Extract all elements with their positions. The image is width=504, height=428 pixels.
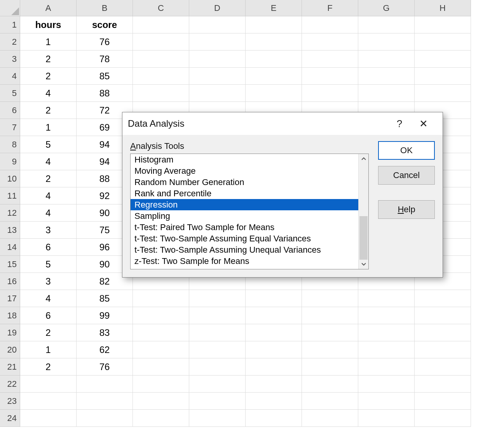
cell-A2[interactable]: 1 (20, 33, 77, 51)
cell-G22[interactable] (358, 376, 415, 393)
cell-G17[interactable] (358, 290, 415, 307)
cell-B1[interactable]: score (77, 16, 133, 33)
row-header-20[interactable]: 20 (0, 341, 20, 358)
column-header-F[interactable]: F (302, 0, 358, 16)
cell-E18[interactable] (246, 307, 302, 324)
cell-A14[interactable]: 6 (20, 239, 77, 256)
cell-G24[interactable] (358, 410, 415, 427)
cell-E3[interactable] (246, 51, 302, 68)
cell-A15[interactable]: 5 (20, 256, 77, 273)
cell-C19[interactable] (133, 324, 189, 341)
cell-F5[interactable] (302, 85, 358, 102)
cell-H23[interactable] (415, 393, 471, 410)
row-header-4[interactable]: 4 (0, 68, 20, 85)
cell-A8[interactable]: 5 (20, 136, 77, 153)
row-header-23[interactable]: 23 (0, 393, 20, 410)
cell-E21[interactable] (246, 358, 302, 376)
cell-H1[interactable] (415, 16, 471, 33)
help-icon[interactable]: ? (387, 112, 412, 135)
cell-A17[interactable]: 4 (20, 290, 77, 307)
row-header-12[interactable]: 12 (0, 204, 20, 222)
cell-C18[interactable] (133, 307, 189, 324)
cell-A4[interactable]: 2 (20, 68, 77, 85)
cell-D18[interactable] (189, 307, 246, 324)
cell-G2[interactable] (358, 33, 415, 51)
cell-A1[interactable]: hours (20, 16, 77, 33)
cell-B19[interactable]: 83 (77, 324, 133, 341)
row-header-7[interactable]: 7 (0, 119, 20, 136)
cell-A13[interactable]: 3 (20, 222, 77, 239)
cell-D5[interactable] (189, 85, 246, 102)
list-item[interactable]: z-Test: Two Sample for Means (131, 255, 358, 267)
cell-D1[interactable] (189, 16, 246, 33)
select-all-corner[interactable] (0, 0, 20, 16)
cell-G20[interactable] (358, 341, 415, 358)
scroll-thumb[interactable] (359, 216, 368, 260)
cell-B21[interactable]: 76 (77, 358, 133, 376)
cell-B18[interactable]: 99 (77, 307, 133, 324)
row-header-9[interactable]: 9 (0, 153, 20, 170)
cell-D4[interactable] (189, 68, 246, 85)
row-header-11[interactable]: 11 (0, 187, 20, 204)
row-header-15[interactable]: 15 (0, 256, 20, 273)
list-item[interactable]: t-Test: Two-Sample Assuming Unequal Vari… (131, 244, 358, 255)
cell-H22[interactable] (415, 376, 471, 393)
row-header-21[interactable]: 21 (0, 358, 20, 376)
cell-D22[interactable] (189, 376, 246, 393)
cell-F18[interactable] (302, 307, 358, 324)
column-header-A[interactable]: A (20, 0, 77, 16)
cell-H5[interactable] (415, 85, 471, 102)
cell-B17[interactable]: 85 (77, 290, 133, 307)
cell-A23[interactable] (20, 393, 77, 410)
row-header-22[interactable]: 22 (0, 376, 20, 393)
cell-B3[interactable]: 78 (77, 51, 133, 68)
cell-C1[interactable] (133, 16, 189, 33)
cell-G18[interactable] (358, 307, 415, 324)
cell-G4[interactable] (358, 68, 415, 85)
list-item[interactable]: Histogram (131, 154, 358, 165)
list-item[interactable]: t-Test: Paired Two Sample for Means (131, 222, 358, 233)
cell-C5[interactable] (133, 85, 189, 102)
cell-F23[interactable] (302, 393, 358, 410)
row-header-1[interactable]: 1 (0, 16, 20, 33)
cell-C22[interactable] (133, 376, 189, 393)
cell-F3[interactable] (302, 51, 358, 68)
cell-D19[interactable] (189, 324, 246, 341)
cell-C23[interactable] (133, 393, 189, 410)
list-item[interactable]: Moving Average (131, 165, 358, 176)
cell-F19[interactable] (302, 324, 358, 341)
cell-A11[interactable]: 4 (20, 187, 77, 204)
cell-H2[interactable] (415, 33, 471, 51)
cell-H3[interactable] (415, 51, 471, 68)
cancel-button[interactable]: Cancel (378, 166, 435, 185)
cell-A24[interactable] (20, 410, 77, 427)
listbox-scrollbar[interactable] (358, 154, 368, 269)
cell-A18[interactable]: 6 (20, 307, 77, 324)
cell-B24[interactable] (77, 410, 133, 427)
cell-E20[interactable] (246, 341, 302, 358)
cell-G23[interactable] (358, 393, 415, 410)
list-item[interactable]: Sampling (131, 210, 358, 222)
cell-F20[interactable] (302, 341, 358, 358)
cell-A5[interactable]: 4 (20, 85, 77, 102)
cell-H21[interactable] (415, 358, 471, 376)
cell-B20[interactable]: 62 (77, 341, 133, 358)
row-header-14[interactable]: 14 (0, 239, 20, 256)
cell-H20[interactable] (415, 341, 471, 358)
cell-C3[interactable] (133, 51, 189, 68)
cell-C21[interactable] (133, 358, 189, 376)
list-item[interactable]: Regression (131, 199, 358, 210)
row-header-16[interactable]: 16 (0, 273, 20, 290)
cell-G3[interactable] (358, 51, 415, 68)
cell-C17[interactable] (133, 290, 189, 307)
cell-E19[interactable] (246, 324, 302, 341)
close-icon[interactable]: ✕ (412, 112, 436, 135)
row-header-8[interactable]: 8 (0, 136, 20, 153)
row-header-17[interactable]: 17 (0, 290, 20, 307)
cell-D20[interactable] (189, 341, 246, 358)
cell-B5[interactable]: 88 (77, 85, 133, 102)
cell-B4[interactable]: 85 (77, 68, 133, 85)
cell-D23[interactable] (189, 393, 246, 410)
cell-A16[interactable]: 3 (20, 273, 77, 290)
row-header-24[interactable]: 24 (0, 410, 20, 427)
